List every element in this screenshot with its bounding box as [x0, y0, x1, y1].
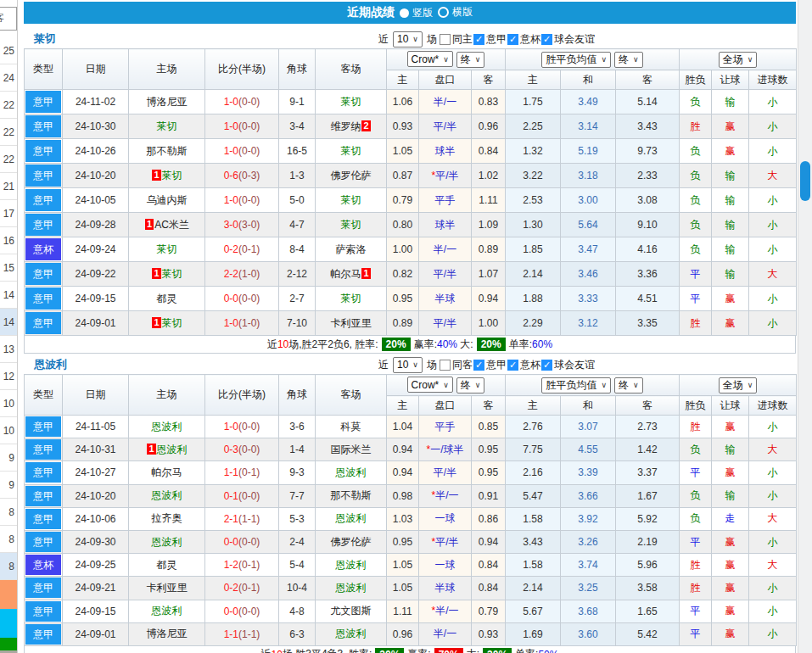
- away-team-name: 莱切: [341, 194, 361, 206]
- left-strip-cell: 13: [0, 336, 17, 363]
- handicap-name: 半球: [435, 293, 456, 304]
- summary-text: 近: [261, 647, 272, 653]
- layout-radio-horizontal[interactable]: 横版: [438, 5, 473, 20]
- handicap-name: 半/一: [435, 605, 458, 617]
- odds-home: 0.95: [387, 530, 419, 553]
- away-team-name: 帕尔马: [330, 268, 361, 280]
- avg-away: 5.42: [616, 622, 680, 645]
- home-team-name: 莱切: [162, 268, 182, 280]
- chevron-down-icon: ∨: [601, 381, 607, 389]
- corner-score: 6-3: [279, 622, 316, 645]
- avg-stage-select[interactable]: 终∨: [614, 52, 643, 68]
- sub-column-header: 进球数: [749, 396, 797, 416]
- goals-result-cell: 小: [749, 416, 797, 438]
- league-type-cell: 意甲: [25, 90, 63, 114]
- avg-home: 2.14: [506, 262, 561, 287]
- scrollbar-thumb[interactable]: [800, 161, 810, 201]
- layout-radio-vertical[interactable]: 竖版: [400, 6, 433, 20]
- handicap-result-cell: 赢: [712, 554, 749, 577]
- result-cell: 负: [680, 237, 712, 262]
- odds-stage-select[interactable]: 终∨: [456, 52, 485, 68]
- same-side-checkbox[interactable]: [440, 360, 451, 371]
- avg-away: 5.14: [616, 90, 680, 114]
- result-cell: 胜: [680, 114, 712, 139]
- handicap-name: 平手: [435, 194, 456, 206]
- avg-type-select[interactable]: 胜平负均值∨: [541, 52, 611, 68]
- match-count-select[interactable]: 10∨: [393, 357, 423, 373]
- odds-home: 0.96: [387, 622, 419, 645]
- match-count-select[interactable]: 10∨: [393, 31, 423, 47]
- handicap-name: 平/半: [435, 170, 458, 181]
- avg-away: 9.73: [616, 139, 680, 164]
- match-row: 意杯24-09-24莱切0-2(0-1)8-4萨索洛1.00半/一0.891.8…: [25, 237, 797, 262]
- red-card-badge: 1: [152, 268, 160, 279]
- match-row: 意甲24-10-06拉齐奥2-1(1-1)5-3恩波利1.03一球0.861.5…: [25, 507, 797, 530]
- handicap-result-cell: 赢: [712, 577, 749, 600]
- avg-type-select[interactable]: 胜平负均值∨: [541, 377, 611, 393]
- handicap-result-cell: 赢: [712, 622, 749, 645]
- league-filter-checkbox-2[interactable]: [541, 360, 552, 371]
- odds-away: 0.79: [472, 600, 506, 622]
- near-label: 近: [378, 32, 389, 47]
- odds-home: 0.93: [387, 114, 419, 139]
- league-filter-checkbox-0[interactable]: [473, 360, 484, 371]
- halftime-score: (0-1): [238, 466, 260, 478]
- away-team-name: 维罗纳: [330, 120, 361, 132]
- handicap-result-cell: 赢: [712, 139, 749, 164]
- bookmaker-select[interactable]: Crow*∨: [407, 51, 453, 67]
- scrollbar[interactable]: [798, 0, 812, 653]
- result-cell: 胜: [680, 416, 712, 438]
- away-team: 恩波利: [336, 628, 367, 639]
- left-strip-cell: 25: [0, 37, 17, 64]
- avg-draw: 3.26: [561, 530, 616, 553]
- avg-home: 2.16: [506, 461, 561, 484]
- team-section-empoli: 恩波利近10∨场同客意甲意杯球会友谊类型日期主场比分(半场)角球客场Crow*∨…: [24, 355, 796, 653]
- match-score: 0-2(0-1): [205, 577, 279, 600]
- left-strip-cell: 22: [0, 119, 17, 146]
- odds-home: 0.79: [387, 188, 419, 213]
- red-card-badge: 1: [145, 219, 154, 230]
- home-team-name: 乌迪内斯: [147, 194, 188, 206]
- scope-select-value: 全场: [723, 53, 743, 67]
- handicap-cell: 半/一: [419, 622, 472, 645]
- league-filter-checkbox-1[interactable]: [507, 360, 518, 371]
- halftime-score: (0-0): [238, 490, 260, 502]
- sub-column-header: 客: [472, 396, 506, 416]
- match-row: 意甲24-09-15恩波利0-0(0-0)4-8尤文图斯1.11*半/一0.79…: [25, 600, 797, 622]
- halftime-score: (0-0): [238, 120, 260, 132]
- match-row: 意杯24-09-25都灵1-2(0-1)5-4恩波利1.05一球0.841.58…: [25, 554, 797, 577]
- league-type-cell: 意甲: [25, 622, 63, 645]
- match-date: 24-10-27: [63, 461, 129, 484]
- column-header: 角球: [279, 49, 316, 90]
- fulltime-score: 0-0: [224, 606, 238, 617]
- summary-row: 近10场,胜2平2负6, 胜率:20%赢率:40% 大:20%单率:60%: [24, 336, 796, 354]
- scope-select[interactable]: 全场∨: [719, 377, 758, 393]
- avg-stage-select[interactable]: 终∨: [614, 377, 643, 393]
- league-filter-checkbox-1[interactable]: [507, 34, 518, 45]
- league-filter-checkbox-0[interactable]: [473, 34, 484, 45]
- home-team: 博洛尼亚: [147, 96, 188, 108]
- avg-draw: 3.60: [561, 622, 616, 645]
- radio-selected-icon: [400, 8, 409, 18]
- goals-result-cell: 小: [749, 139, 797, 164]
- same-side-checkbox[interactable]: [440, 34, 451, 45]
- handicap-name: 平手: [435, 421, 456, 433]
- league-type-cell: 意甲: [25, 600, 63, 622]
- goals-result-cell: 小: [749, 622, 797, 645]
- bookmaker-select[interactable]: Crow*∨: [407, 377, 453, 393]
- league-type-cell: 意甲: [25, 461, 63, 484]
- match-date: 24-10-26: [63, 139, 129, 164]
- league-filter-checkbox-2[interactable]: [541, 34, 552, 45]
- result-cell: 平: [680, 461, 712, 484]
- home-team: 帕尔马: [152, 466, 182, 478]
- scope-select[interactable]: 全场∨: [719, 52, 758, 68]
- away-team: 恩波利: [336, 512, 367, 524]
- corner-score: 1-3: [279, 164, 316, 188]
- odds-stage-select[interactable]: 终∨: [456, 377, 485, 393]
- column-header: 比分(半场): [205, 375, 279, 416]
- halftime-score: (0-1): [238, 582, 260, 594]
- corner-score: 3-6: [279, 416, 316, 438]
- red-card-badge: 1: [152, 170, 160, 181]
- fulltime-score: 1-1: [224, 628, 238, 640]
- home-team: 莱切: [157, 243, 177, 255]
